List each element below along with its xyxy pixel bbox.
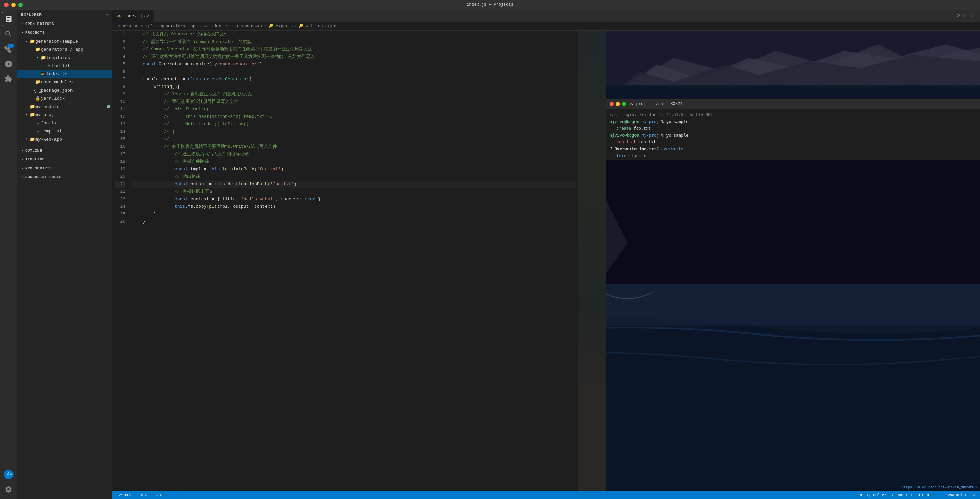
timeline-arrow	[20, 157, 25, 162]
package-json-label: package.json	[41, 88, 112, 93]
tree-item-my-module[interactable]: 📁 my-module	[17, 102, 112, 111]
git-icon[interactable]: 14	[2, 42, 15, 56]
breadcrumb-part-3[interactable]: JS index.js	[203, 24, 228, 29]
image-bottom: https://blog.csdn.net/weixin_38550182	[606, 160, 980, 491]
open-editors-arrow	[20, 21, 25, 27]
tree-item-node-modules[interactable]: 📁 node_modules	[17, 78, 112, 86]
search-icon[interactable]	[2, 27, 15, 41]
terminal-container: my-proj — -zsh — 80×24 Last login: Fri J…	[606, 99, 980, 160]
generator-sample-label: generator-sample	[35, 39, 112, 44]
generator-sample-arrow	[24, 38, 29, 44]
terminal-close[interactable]	[610, 102, 614, 106]
terminal-line-6: force foo.txt	[610, 152, 976, 159]
tree-item-my-proj[interactable]: 📁 my-proj	[17, 111, 112, 119]
tree-item-package-json[interactable]: { } package.json	[17, 86, 112, 94]
language-label: JavaScript	[944, 493, 967, 497]
encoding-status[interactable]: UTF-8	[916, 493, 930, 497]
templates-arrow	[35, 55, 40, 60]
tree-item-foo-txt-tmpl[interactable]: ≡ foo.txt	[17, 62, 112, 70]
spaces-status[interactable]: Spaces: 4	[891, 493, 914, 497]
terminal-line-7: njvivo@bogon my-proj % █	[610, 159, 976, 160]
outline-arrow	[20, 148, 25, 153]
terminal-maximize[interactable]	[622, 102, 626, 106]
tree-item-generator-sample[interactable]: 📁 generator-sample	[17, 37, 112, 45]
breadcrumb-part-0[interactable]: generator-sample	[116, 24, 156, 29]
close-button[interactable]	[4, 3, 8, 7]
history-icon[interactable]: ⟳	[956, 13, 961, 19]
run-icon[interactable]	[2, 57, 15, 71]
temp-txt-label: temp.txt	[41, 129, 112, 134]
tree-item-temp-txt[interactable]: ≡ temp.txt	[17, 127, 112, 135]
txt-icon: ≡	[46, 63, 52, 69]
window-controls[interactable]	[4, 3, 23, 7]
tree-item-generators-app[interactable]: 📁 generators / app	[17, 45, 112, 53]
tree-item-foo-txt-proj[interactable]: ≡ foo.txt	[17, 119, 112, 127]
breadcrumb-part-7[interactable]: ⬡ o	[328, 24, 336, 29]
warnings-status[interactable]: ⚠ 0	[154, 493, 164, 497]
generators-app-arrow	[29, 47, 35, 52]
git-branch-status[interactable]: ⎇ main	[116, 493, 134, 497]
tree-item-templates[interactable]: 📁 templates	[17, 53, 112, 62]
cliff-image	[606, 31, 980, 99]
ln-col-status[interactable]: Ln 21, Col 56	[856, 493, 888, 497]
projects-section[interactable]: PROJECTS	[17, 28, 112, 37]
folder-icon-7: 📁	[29, 136, 35, 142]
sonar-section[interactable]: SONARLINT RULES	[17, 173, 112, 182]
npm-section[interactable]: NPM SCRIPTS	[17, 164, 112, 173]
breadcrumb-part-4[interactable]: ⟨⟩ <unknown>	[234, 24, 263, 29]
tab-index-js[interactable]: JS index.js ×	[112, 10, 154, 22]
folder-icon-3: 📁	[40, 54, 46, 61]
outline-label: OUTLINE	[25, 148, 42, 153]
open-editors-section[interactable]: OPEN EDITORS	[17, 19, 112, 28]
account-icon[interactable]: A 1	[2, 468, 15, 481]
terminal-title-bar: my-proj — -zsh — 80×24	[606, 99, 980, 108]
tree-item-index-js[interactable]: JS index.js	[17, 70, 112, 78]
sonar-label: SONARLINT RULES	[25, 175, 62, 179]
new-file-icon[interactable]: ⋯	[105, 12, 108, 17]
breadcrumb-part-5[interactable]: 🔑 exports	[268, 24, 293, 29]
editor[interactable]: 12345 678910 1112131415 1617181920 21 22…	[112, 31, 606, 491]
breadcrumb-part-1[interactable]: generators	[161, 24, 185, 29]
breadcrumb-part-2[interactable]: app	[191, 24, 198, 29]
extensions-icon[interactable]	[2, 72, 15, 86]
settings-icon[interactable]	[2, 483, 15, 496]
csdn-link[interactable]: https://blog.csdn.net/weixin_38550182	[902, 486, 977, 489]
outline-section[interactable]: OUTLINE	[17, 146, 112, 155]
code-area[interactable]: // 此文件为 Generator 的核心入口文件 // 需要导出一个继承自 Y…	[129, 31, 578, 491]
my-proj-arrow	[24, 112, 29, 118]
minimize-button[interactable]	[11, 3, 16, 7]
more-icon[interactable]: ⋯	[975, 13, 977, 19]
terminal-content[interactable]: Last login: Fri Jan 15 11:51:51 on ttys0…	[606, 108, 980, 160]
language-status[interactable]: JavaScript	[943, 493, 968, 497]
json-icon: { }	[35, 87, 41, 93]
yarn-lock-label: yarn.lock	[41, 96, 112, 101]
status-right: Ln 21, Col 56 Spaces: 4 UTF-8 LF JavaScr…	[856, 493, 976, 497]
main-layout: 14 A 1 EXPLORER ⋯	[0, 10, 980, 499]
explorer-icon[interactable]	[2, 12, 15, 26]
foo-txt-tmpl-label: foo.txt	[52, 63, 112, 69]
terminal-minimize[interactable]	[616, 102, 620, 106]
split-editor-icon[interactable]: ⊟	[963, 13, 966, 19]
terminal-line-4: conflict foo.txt	[610, 139, 976, 145]
tree-item-yarn-lock[interactable]: 🔒 yarn.lock	[17, 94, 112, 102]
index-js-label: index.js	[46, 72, 112, 77]
feedback-status[interactable]: ☺	[971, 493, 976, 497]
line-ending-status[interactable]: LF	[933, 493, 940, 497]
generators-app-label: generators / app	[41, 47, 112, 52]
folder-icon-6: 📁	[29, 112, 35, 118]
breadcrumb-part-6[interactable]: 🔑 writing	[298, 24, 323, 29]
tab-actions: ⟳ ⊟ ⊞ ⋯	[954, 10, 980, 22]
folder-icon-2: 📁	[35, 46, 41, 53]
git-badge: 14	[8, 44, 14, 48]
tree-item-my-web-app[interactable]: 📁 my-web-app	[17, 135, 112, 143]
templates-label: templates	[46, 55, 112, 60]
activity-bottom: A 1	[2, 468, 15, 499]
git-branch-icon: ⎇	[118, 493, 122, 497]
tab-close-button[interactable]: ×	[147, 13, 150, 19]
layout-icon[interactable]: ⊞	[969, 13, 972, 19]
tab-label: index.js	[124, 14, 145, 19]
maximize-button[interactable]	[18, 3, 23, 7]
encoding-label: UTF-8	[918, 493, 929, 497]
errors-status[interactable]: ⊗ 0	[139, 493, 149, 497]
timeline-section[interactable]: TIMELINE	[17, 155, 112, 164]
